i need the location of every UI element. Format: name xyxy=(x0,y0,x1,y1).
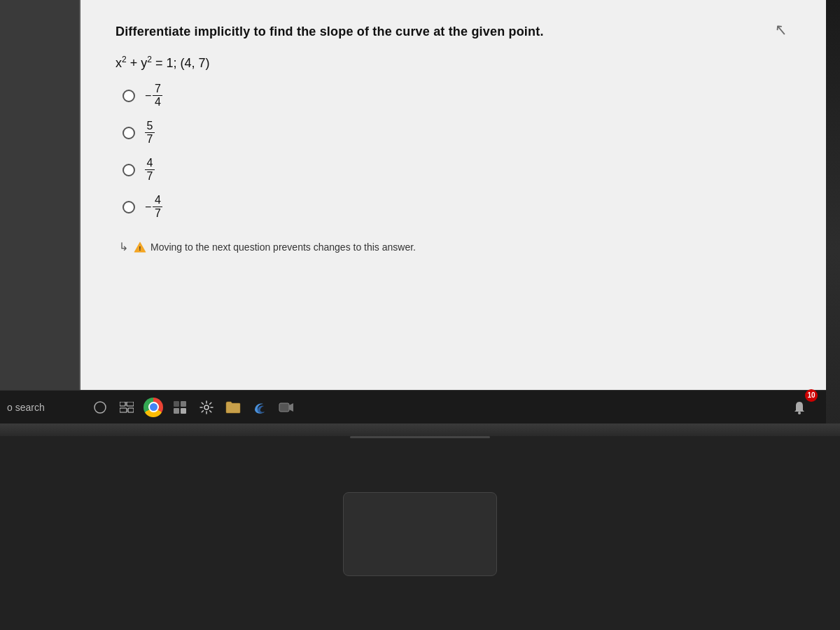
camera-icon[interactable] xyxy=(275,396,298,419)
numerator-1: 7 xyxy=(153,83,162,96)
svg-text:!: ! xyxy=(139,244,141,252)
settings-icon[interactable] xyxy=(195,396,218,419)
svg-rect-3 xyxy=(120,402,125,406)
trackpad[interactable] xyxy=(343,492,497,576)
equation-line: x2 + y2 = 1; (4, 7) xyxy=(115,55,791,71)
negative-sign-4: − xyxy=(145,201,151,214)
left-sidebar-strip xyxy=(0,0,80,392)
screen-wrapper: Differentiate implicitly to find the slo… xyxy=(0,0,840,630)
edge-browser-icon[interactable] xyxy=(248,396,271,419)
laptop-hinge-area xyxy=(0,424,840,436)
svg-rect-6 xyxy=(128,408,134,412)
svg-point-14 xyxy=(798,412,801,414)
fraction-1: 7 4 xyxy=(153,83,162,108)
option-3-content: 4 7 xyxy=(145,158,155,182)
taskbar: 10 xyxy=(80,390,826,424)
cursor-icon: ↖ xyxy=(774,20,788,39)
denominator-3: 7 xyxy=(145,170,155,182)
svg-rect-10 xyxy=(181,408,186,414)
notification-area[interactable]: 10 xyxy=(788,396,818,419)
svg-rect-5 xyxy=(120,408,127,412)
numerator-4: 4 xyxy=(153,195,162,207)
chrome-logo xyxy=(144,398,163,417)
numerator-3: 4 xyxy=(145,158,155,170)
option-3[interactable]: 4 7 xyxy=(122,158,791,182)
denominator-1: 4 xyxy=(153,96,162,108)
microsoft-store-icon[interactable] xyxy=(169,396,191,419)
search-bar-area[interactable]: o search xyxy=(0,390,80,424)
svg-rect-7 xyxy=(174,401,179,407)
svg-rect-9 xyxy=(174,408,179,414)
denominator-4: 7 xyxy=(153,207,162,219)
search-text: o search xyxy=(7,402,45,413)
arrow-icon: ↳ xyxy=(119,240,128,253)
laptop-palm-rest xyxy=(0,436,840,630)
option-4-content: − 4 7 xyxy=(145,195,162,219)
option-4[interactable]: − 4 7 xyxy=(122,195,791,219)
warning-text: Moving to the next question prevents cha… xyxy=(150,241,416,253)
main-content-area: Differentiate implicitly to find the slo… xyxy=(80,0,826,392)
negative-sign-1: − xyxy=(145,90,151,102)
warning-area: ↳ ! Moving to the next question prevents… xyxy=(115,240,791,253)
warning-triangle-icon: ! xyxy=(134,241,146,253)
svg-point-2 xyxy=(94,402,106,413)
laptop-bottom-body xyxy=(0,424,840,630)
options-list: − 7 4 5 7 xyxy=(122,83,791,219)
svg-point-11 xyxy=(204,405,209,410)
radio-option-3[interactable] xyxy=(122,164,135,176)
option-1-content: − 7 4 xyxy=(145,83,162,108)
radio-option-2[interactable] xyxy=(122,127,135,139)
fraction-3: 4 7 xyxy=(145,158,155,182)
radio-option-1[interactable] xyxy=(122,90,135,102)
numerator-2: 5 xyxy=(145,120,155,133)
notification-badge: 10 xyxy=(805,389,818,402)
svg-rect-4 xyxy=(127,402,134,406)
svg-rect-8 xyxy=(181,401,186,407)
windows-start-button[interactable] xyxy=(89,396,111,419)
svg-rect-12 xyxy=(279,403,289,412)
radio-option-4[interactable] xyxy=(122,201,135,214)
option-2[interactable]: 5 7 xyxy=(122,120,791,145)
option-2-content: 5 7 xyxy=(145,120,155,145)
option-1[interactable]: − 7 4 xyxy=(122,83,791,108)
task-view-button[interactable] xyxy=(115,396,138,419)
svg-marker-13 xyxy=(289,403,293,412)
fraction-4: 4 7 xyxy=(153,195,162,219)
chrome-browser-icon[interactable] xyxy=(142,396,164,419)
question-title: Differentiate implicitly to find the slo… xyxy=(115,24,791,39)
denominator-2: 7 xyxy=(145,133,155,145)
hinge-line xyxy=(350,436,490,438)
question-area: Differentiate implicitly to find the slo… xyxy=(80,0,826,336)
file-explorer-icon[interactable] xyxy=(222,396,244,419)
fraction-2: 5 7 xyxy=(145,120,155,145)
